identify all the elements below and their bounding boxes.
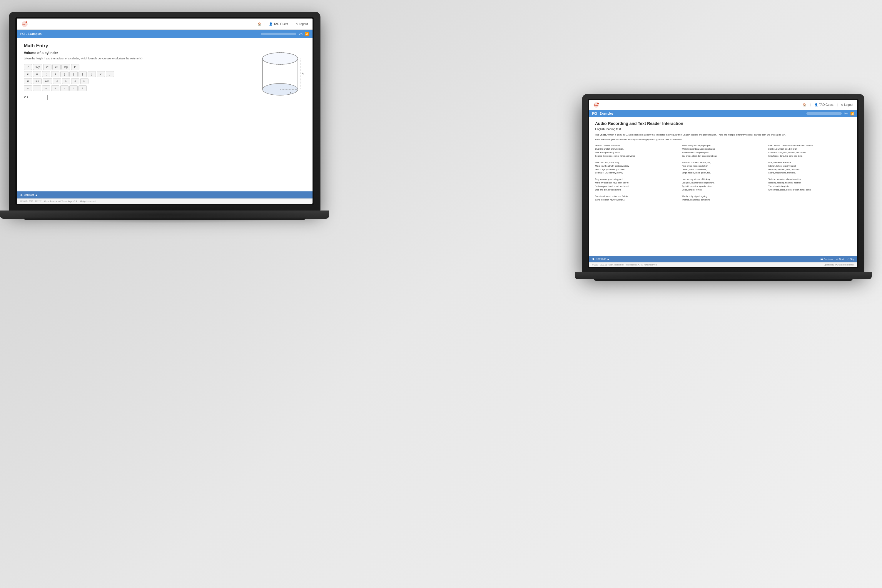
poem-line: Chatham, brougham, renown, but known.: [768, 151, 851, 154]
btn-sqrt[interactable]: √: [24, 64, 32, 70]
copyright-right: Operated by TAO Sandbox example: [824, 264, 854, 266]
poem-stanza-2-1: Now I surely will not plague you With su…: [682, 144, 765, 158]
poem-line: With such words as vague and ague,: [682, 147, 765, 151]
contrast-label: Contrast: [24, 194, 34, 196]
btn-xrooty[interactable]: x√y: [33, 64, 42, 70]
btn-xe[interactable]: xᵉ: [43, 64, 51, 70]
btn-xsq[interactable]: x□: [52, 64, 61, 70]
btn-ln[interactable]: ln: [71, 64, 80, 70]
btn-pi[interactable]: π: [24, 78, 32, 84]
btn-lcurly[interactable]: {: [60, 71, 69, 77]
btn-lparen[interactable]: (: [42, 71, 50, 77]
skip-label: Skip: [850, 258, 854, 261]
laptop1: tao 1 🏠 | 👤 TAO G: [9, 12, 321, 235]
next-button[interactable]: ⏭ Next: [836, 258, 844, 261]
math-answer-input[interactable]: [30, 94, 48, 100]
btn-minus[interactable]: –: [42, 85, 50, 91]
next-icon: ⏭: [836, 258, 838, 261]
poem-line: Say break, steak, but bleak and streak.: [682, 154, 765, 158]
toolbar-right: 0% 📶: [261, 32, 309, 36]
nav-logout-btn[interactable]: ⎋ Logout: [296, 22, 308, 26]
screen1-header: tao 1 🏠 | 👤 TAO G: [17, 18, 312, 30]
poem-line: Thames, examining, combining: [682, 198, 765, 202]
btn-dot[interactable]: ·: [60, 85, 69, 91]
btn-e[interactable]: e: [24, 71, 32, 77]
poem-col-1: Dearest creature in creation Studying En…: [595, 144, 678, 204]
input-label: V =: [24, 96, 28, 99]
poem-line: Script, receipt, shoe, poem, toe.: [682, 171, 765, 175]
btn-angle[interactable]: ∠: [97, 71, 105, 77]
btn-log[interactable]: log: [62, 64, 70, 70]
poem-line: Hear me say, devoid of trickery:: [682, 178, 765, 181]
laptop1-shadow: [9, 206, 321, 224]
btn-div[interactable]: ÷: [69, 85, 78, 91]
poem-line: Now I surely will not plague you: [682, 144, 765, 147]
poem-line: Exiles, similes, reviles.: [682, 188, 765, 192]
progress-bar: [261, 33, 296, 35]
cylinder-diagram: h r: [256, 44, 304, 101]
poem-line: One, anemone, Balmoral.: [768, 161, 851, 164]
math-row-2: e ∞ ( ) { } [ ] ∠ ∫: [24, 71, 100, 77]
poem-line: Sword and sward, retain and Britain.: [595, 195, 678, 198]
progress-text-2: 0%: [844, 112, 848, 115]
poem-stanza-2-2: Previous, precious, fuchsia, via, Pipe, …: [682, 161, 765, 175]
poem-col-2: Now I surely will not plague you With su…: [682, 144, 765, 204]
poem-line: I will teach you in my verse,: [595, 151, 678, 154]
btn-lt[interactable]: <: [53, 78, 61, 84]
poem-col-3: From "desire": desirable–admirable from …: [768, 144, 851, 204]
btn-integral[interactable]: ∫: [106, 71, 114, 77]
laptop2-body: tao 1 🏠 | 👤 TAO Guest |: [582, 94, 864, 273]
poem-line: Kitchen, lichen, laundry, laurel,: [768, 164, 851, 168]
btn-pm[interactable]: ±: [78, 85, 87, 91]
btn-lte[interactable]: ≤: [71, 78, 80, 84]
btn-gt[interactable]: >: [62, 78, 70, 84]
nav-user-btn[interactable]: 👤 TAO Guest: [269, 22, 288, 26]
next-label: Next: [839, 258, 844, 261]
contrast-arrow: ▲: [35, 194, 38, 196]
logout-icon: ⎋: [296, 22, 297, 26]
screen2-copyright: © 2013 - 2022.11 · Open Assessment Techn…: [589, 262, 857, 267]
previous-label: Previous: [824, 258, 833, 261]
header-nav-2: 🏠 | 👤 TAO Guest | ⎋ Logout: [803, 103, 853, 106]
nav-logout-btn-2[interactable]: ⎋ Logout: [841, 103, 853, 106]
poem-line: (Mind the latter, how it's written.): [595, 198, 678, 202]
btn-inf[interactable]: ∞: [33, 71, 41, 77]
btn-sin[interactable]: sin: [33, 78, 42, 84]
poem-line: Reading, reading, heathen, heather.: [768, 181, 851, 184]
poem-stanza-3-1: From "desire": desirable–admirable from …: [768, 144, 851, 158]
laptop2-shadow: [582, 267, 864, 282]
poem-intro: The Chaos, written in 1920 by G. Nolst T…: [595, 133, 851, 136]
btn-rcurly[interactable]: }: [69, 71, 78, 77]
btn-eq[interactable]: =: [24, 85, 32, 91]
svg-text:tao: tao: [594, 104, 598, 106]
contrast-button-2[interactable]: ◑ Contrast ▲: [592, 258, 609, 261]
poem-line: Tortoise, turquoise, chamois-leather,: [768, 178, 851, 181]
nav-user-btn-2[interactable]: 👤 TAO Guest: [814, 103, 834, 106]
contrast-button[interactable]: ◑ Contrast ▲: [20, 194, 38, 196]
btn-rparen[interactable]: ): [51, 71, 59, 77]
btn-plus[interactable]: +: [33, 85, 41, 91]
nav-home-btn[interactable]: 🏠: [258, 22, 261, 26]
btn-lbracket[interactable]: [: [78, 71, 87, 77]
btn-rbracket[interactable]: ]: [88, 71, 96, 77]
poem-line: Sounds like corpse, corps, horse and wor…: [595, 154, 678, 158]
svg-text:1: 1: [597, 103, 598, 104]
laptop1-screen: tao 1 🏠 | 👤 TAO G: [17, 18, 312, 204]
btn-cos[interactable]: cos: [43, 78, 52, 84]
screen1-toolbar: PCI - Examples 0% 📶: [17, 30, 312, 38]
nav-home-btn-2[interactable]: 🏠: [803, 103, 807, 106]
btn-times[interactable]: ×: [51, 85, 59, 91]
toolbar-title-2: PCI - Examples: [592, 112, 613, 115]
poem-line: From "desire": desirable–admirable from …: [768, 144, 851, 147]
poem-stanza-3-2: One, anemone, Balmoral. Kitchen, lichen,…: [768, 161, 851, 175]
skip-button[interactable]: ↩ Skip: [847, 258, 854, 261]
poem-stanza-1-4: Sword and sward, retain and Britain. (Mi…: [595, 195, 678, 202]
poem-intro-bold: The Chaos,: [595, 134, 607, 136]
nav-logout-label-2: Logout: [844, 103, 853, 106]
wifi-icon-2: 📶: [850, 112, 854, 116]
contrast-label-2: Contrast: [596, 258, 606, 261]
skip-icon: ↩: [847, 258, 849, 261]
copyright-left: © 2013 - 2022.11 · Open Assessment Techn…: [592, 264, 657, 266]
btn-gte[interactable]: ≥: [80, 78, 88, 84]
previous-button[interactable]: ⏮ Previous: [820, 258, 833, 261]
